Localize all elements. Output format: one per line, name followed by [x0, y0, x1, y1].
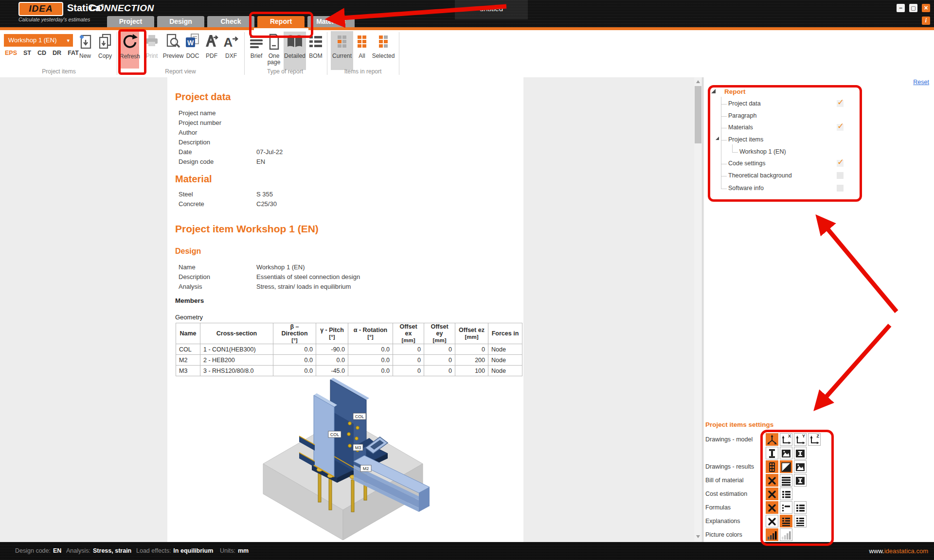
label-drawings-model: Drawings - model	[705, 436, 753, 443]
mode-dr[interactable]: DR	[53, 50, 61, 56]
export-pdf-button[interactable]: PDF	[202, 31, 221, 70]
mode-eps[interactable]: EPS	[5, 50, 17, 56]
scrollbar-thumb[interactable]	[695, 86, 701, 143]
picture-colors-dark-icon[interactable]	[766, 528, 778, 541]
traffic-light-results-icon[interactable]	[766, 460, 778, 473]
tree-item-theoretical-background[interactable]: Theoretical background	[728, 172, 792, 179]
formulas-list-icon[interactable]	[794, 501, 807, 514]
checkbox-project-data[interactable]: ✓	[837, 100, 844, 107]
items-selected-button[interactable]: Selected	[371, 31, 396, 70]
tab-project[interactable]: Project	[107, 16, 154, 27]
copy-icon	[97, 31, 113, 52]
section-material: Material	[175, 174, 212, 185]
tab-report[interactable]: Report	[257, 16, 305, 27]
cost-list-icon[interactable]	[780, 488, 792, 500]
minimize-button[interactable]: –	[897, 4, 905, 12]
bom-label: BOM	[309, 53, 322, 59]
tree-item-software-info[interactable]: Software info	[728, 185, 764, 192]
mode-st[interactable]: ST	[23, 50, 31, 56]
view-z-icon[interactable]	[808, 433, 821, 446]
status-load-effects: Load effects:In equilibrium	[136, 547, 213, 554]
chevron-down-icon: ▾	[67, 34, 70, 47]
view-x-icon[interactable]	[780, 433, 792, 446]
website-link[interactable]: www.ideastatica.com	[869, 547, 928, 555]
axonometry-view-icon[interactable]	[766, 433, 778, 446]
refresh-button[interactable]: Refresh	[121, 32, 139, 69]
analysis-mode-row: EPS ST CD DR FAT	[5, 50, 78, 56]
dxf-icon: A	[223, 31, 239, 52]
expander-icon[interactable]	[711, 89, 716, 93]
formulas-short-icon[interactable]	[780, 501, 792, 514]
field-value: C25/30	[256, 200, 277, 208]
connection-3d-model[interactable]: COL COL M3 M2	[257, 375, 431, 540]
no-cost-estimation-icon[interactable]	[766, 488, 778, 500]
window-title: untitled	[455, 4, 528, 13]
export-dxf-button[interactable]: A DXF	[221, 31, 241, 70]
explanations-compact-icon[interactable]	[780, 515, 792, 527]
vertical-scrollbar[interactable]	[694, 77, 702, 541]
tree-root-report[interactable]: Report	[724, 88, 746, 95]
bill-picture-icon[interactable]	[794, 474, 807, 487]
bill-table-icon[interactable]	[780, 474, 792, 487]
close-button[interactable]: ×	[922, 4, 930, 12]
tagline: Calculate yesterday's estimates	[18, 17, 90, 22]
tab-materials[interactable]: Materials	[307, 16, 355, 27]
minimize-icon: –	[899, 4, 902, 11]
export-doc-button[interactable]: W DOC	[183, 31, 202, 70]
maximize-button[interactable]: ▢	[909, 4, 917, 12]
no-explanations-icon[interactable]	[766, 515, 778, 527]
svg-text:W: W	[187, 39, 194, 47]
scroll-up-icon[interactable]	[696, 80, 700, 83]
brief-report-button[interactable]: Brief	[247, 31, 266, 70]
new-button[interactable]: New	[75, 31, 95, 70]
checkbox-theoretical-background[interactable]	[837, 172, 844, 179]
info-button[interactable]: i	[922, 17, 930, 25]
expander-icon[interactable]	[716, 137, 719, 140]
field-label: Project number	[179, 119, 221, 126]
field-label: Steel	[179, 191, 193, 198]
view-y-icon[interactable]	[794, 433, 807, 446]
detailed-report-button[interactable]: Detailed	[284, 31, 306, 70]
model-label-m3: M3	[355, 445, 361, 450]
picture-results-icon[interactable]	[794, 460, 807, 473]
tab-check[interactable]: Check	[207, 16, 254, 27]
project-item-selector[interactable]: Workshop 1 (EN) ▾	[4, 34, 73, 47]
items-current-button[interactable]: Current	[331, 31, 353, 70]
one-page-report-button[interactable]: One page	[264, 31, 284, 70]
mode-cd[interactable]: CD	[37, 50, 46, 56]
checkbox-software-info[interactable]	[837, 185, 844, 192]
print-button[interactable]: Print	[143, 31, 161, 70]
preview-button[interactable]: Preview	[162, 31, 184, 70]
checkbox-code-settings[interactable]: ✓	[837, 160, 844, 167]
geometry-table: Name Cross-section β – Direction[°] γ - …	[176, 323, 522, 376]
explanations-detailed-icon[interactable]	[794, 515, 807, 527]
preview-icon	[164, 31, 182, 52]
bom-report-button[interactable]: BOM	[306, 31, 325, 70]
contour-results-icon[interactable]	[780, 460, 792, 473]
copy-label: Copy	[98, 53, 112, 59]
tree-item-materials[interactable]: Materials	[728, 124, 753, 131]
items-all-button[interactable]: All	[355, 31, 369, 70]
tree-item-project-data[interactable]: Project data	[728, 100, 761, 107]
no-formulas-icon[interactable]	[766, 501, 778, 514]
section-view-icon[interactable]	[766, 447, 778, 459]
picture-with-member-view-icon[interactable]	[794, 447, 807, 459]
idea-statica-connection-window: IDEA StatiCa® Calculate yesterday's esti…	[0, 0, 934, 560]
tree-item-paragraph[interactable]: Paragraph	[728, 112, 756, 119]
scroll-down-icon[interactable]	[696, 535, 700, 538]
tree-item-workshop-1-en[interactable]: Workshop 1 (EN)	[739, 148, 786, 155]
picture-colors-light-icon[interactable]	[780, 528, 792, 541]
checkbox-materials[interactable]: ✓	[837, 124, 844, 131]
ribbon: Workshop 1 (EN) ▾ EPS ST CD DR FAT New C…	[0, 30, 934, 78]
tree-item-code-settings[interactable]: Code settings	[728, 160, 765, 167]
field-value: EN	[256, 158, 265, 165]
reset-link[interactable]: Reset	[913, 79, 929, 86]
model-label-col-upper: COL	[355, 414, 364, 419]
tree-item-project-items[interactable]: Project items	[728, 136, 763, 143]
copy-button[interactable]: Copy	[95, 31, 115, 70]
picture-view-icon[interactable]	[780, 447, 792, 459]
project-items-settings-title: Project items settings	[705, 421, 773, 428]
tab-design[interactable]: Design	[157, 16, 204, 27]
no-bill-of-material-icon[interactable]	[766, 474, 778, 487]
field-value: Stress, strain/ loads in equilibrium	[256, 283, 351, 290]
